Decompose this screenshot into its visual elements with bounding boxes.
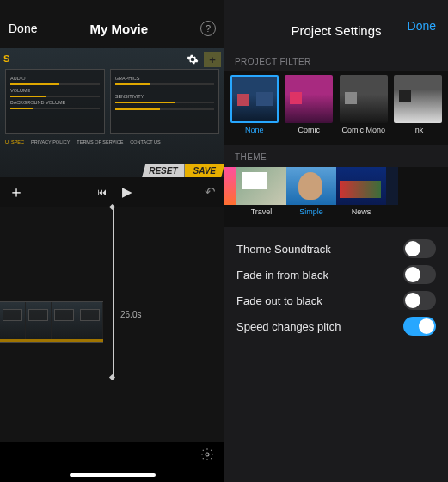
theme-item-travel[interactable]: Travel [236, 167, 286, 227]
settings-header: Project Settings Done [224, 0, 448, 50]
settings-title: Project Settings [291, 23, 381, 38]
toggle-label: Speed changes pitch [236, 320, 341, 333]
graphics-panel: GRAPHICS SENSITIVITY [110, 69, 219, 134]
switch[interactable] [403, 291, 436, 310]
filter-thumb[interactable] [340, 75, 388, 123]
add-clip-icon[interactable]: ＋ [9, 182, 24, 202]
filter-label: Comic Mono [341, 126, 385, 134]
toggle-label: Theme Soundtrack [236, 243, 331, 256]
theme-edge-left[interactable] [224, 167, 236, 227]
skip-start-icon[interactable]: ⏮ [97, 187, 107, 197]
video-preview[interactable]: S + AUDIO VOLUME BACKGROUND VOLUME GRAPH… [0, 48, 224, 177]
audio-panel: AUDIO VOLUME BACKGROUND VOLUME [5, 69, 105, 134]
timeline[interactable]: 26.0s [0, 207, 224, 444]
toggle-label: Fade in from black [236, 269, 328, 281]
tab[interactable]: UI SPEC [5, 139, 24, 145]
project-settings-icon[interactable] [200, 448, 214, 464]
theme-edge-right[interactable] [386, 167, 398, 227]
editor-header: Done My Movie ? [0, 0, 224, 48]
filter-label: None [245, 126, 264, 134]
filter-thumb[interactable] [285, 75, 333, 123]
settings-screen: Project Settings Done PROJECT FILTER Non… [224, 0, 448, 482]
action-buttons: RESET SAVE [142, 164, 224, 177]
panel-heading: AUDIO [10, 76, 100, 81]
svg-point-0 [206, 453, 209, 456]
panel-label: BACKGROUND VOLUME [10, 100, 100, 105]
theme-label: Simple [299, 207, 323, 216]
panel-heading: GRAPHICS [115, 76, 214, 81]
playhead[interactable] [113, 207, 114, 379]
filter-label: Comic [298, 126, 320, 134]
filter-item-none[interactable]: None [230, 75, 279, 134]
panel-label: VOLUME [10, 88, 100, 93]
bottom-toolbar [0, 442, 224, 482]
tab[interactable]: CONTACT US [130, 139, 160, 145]
toggle-fade-out: Fade out to black [236, 287, 436, 313]
filter-item-comic[interactable]: Comic [285, 75, 334, 134]
panel-label: SENSITIVITY [115, 94, 214, 99]
theme-label: Travel [251, 207, 273, 216]
editor-screen: Done My Movie ? S + AUDIO VOLUME BACKGRO… [0, 0, 224, 482]
source-badge: S [0, 53, 9, 64]
done-button[interactable]: Done [9, 22, 37, 35]
playback-bar: ＋ ⏮ ▶ ↶ [0, 177, 224, 207]
theme-strip[interactable]: Travel Simple News [224, 167, 448, 227]
help-icon[interactable]: ? [200, 21, 216, 36]
toggle-list: Theme Soundtrack Fade in from black Fade… [224, 227, 448, 348]
theme-item-simple[interactable]: Simple [286, 167, 336, 227]
reset-button[interactable]: RESET [142, 164, 184, 177]
play-icon[interactable]: ▶ [122, 184, 132, 200]
settings-done-button[interactable]: Done [408, 19, 436, 33]
theme-section-label: THEME [224, 145, 448, 167]
gear-icon[interactable] [187, 53, 199, 68]
slider [115, 102, 214, 103]
undo-icon[interactable]: ↶ [205, 184, 216, 200]
slider [10, 108, 100, 109]
toggle-theme-soundtrack: Theme Soundtrack [236, 236, 436, 262]
theme-label: News [352, 207, 371, 216]
filter-section-label: PROJECT FILTER [224, 50, 448, 71]
toggle-label: Fade out to black [236, 294, 322, 307]
filter-item-ink[interactable]: Ink [394, 75, 444, 134]
theme-item-news[interactable]: News [336, 167, 386, 227]
tab[interactable]: TERMS OF SERVICE [77, 139, 123, 145]
slider [115, 83, 214, 85]
slider [10, 96, 100, 97]
filter-item-comic-mono[interactable]: Comic Mono [339, 75, 389, 134]
theme-thumb[interactable] [336, 167, 386, 205]
video-clip[interactable] [0, 301, 103, 343]
slider [10, 83, 100, 85]
filter-label: Ink [413, 126, 423, 134]
tab[interactable]: PRIVACY POLICY [31, 139, 70, 145]
filter-thumb[interactable] [394, 75, 442, 123]
switch[interactable] [403, 265, 436, 284]
home-indicator [70, 473, 156, 477]
clip-duration: 26.0s [120, 310, 141, 319]
filter-thumb[interactable] [230, 75, 279, 123]
theme-thumb[interactable] [286, 167, 336, 205]
toggle-speed-pitch: Speed changes pitch [236, 313, 436, 339]
toggle-fade-in: Fade in from black [236, 262, 436, 287]
switch[interactable] [403, 239, 436, 258]
project-title: My Movie [89, 22, 148, 36]
filter-strip[interactable]: None Comic Comic Mono Ink [224, 71, 448, 145]
slider [115, 108, 214, 110]
add-media-icon[interactable]: + [204, 52, 221, 67]
save-button[interactable]: SAVE [185, 164, 225, 177]
theme-thumb[interactable] [236, 167, 286, 205]
footer-tabs: UI SPEC PRIVACY POLICY TERMS OF SERVICE … [0, 134, 224, 145]
switch[interactable] [403, 317, 436, 336]
